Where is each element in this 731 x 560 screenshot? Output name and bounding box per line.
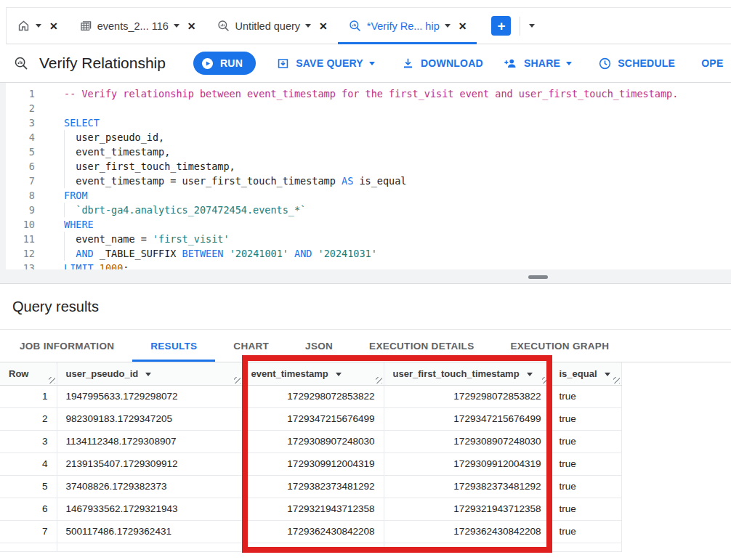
line-number: 8 — [6, 188, 35, 203]
column-resize-handle[interactable] — [613, 377, 620, 384]
code-content: user_pseudo_id, — [64, 130, 164, 145]
home-icon — [17, 19, 31, 33]
cell-user_first_touch_timestamp: 1729308907248030 — [384, 430, 550, 453]
save-query-button[interactable]: SAVE QUERY — [276, 57, 375, 70]
share-button[interactable]: SHARE — [504, 56, 572, 70]
chevron-down-icon[interactable] — [174, 24, 179, 28]
results-tab-results[interactable]: RESULTS — [132, 330, 215, 362]
query-results-header: Query results — [0, 284, 731, 330]
cell-is_equal: true — [550, 430, 621, 453]
column-resize-handle[interactable] — [376, 377, 382, 384]
code-line: 12 AND _TABLE_SUFFIX BETWEEN '20241001' … — [6, 246, 731, 261]
cell-user_pseudo_id: 1947995633.1729298072 — [57, 385, 242, 407]
cell-is_equal: true — [550, 475, 621, 498]
empty-cell — [242, 543, 384, 551]
column-header-row: Row — [0, 362, 57, 385]
results-tab-chart[interactable]: CHART — [215, 330, 287, 362]
column-resize-handle[interactable] — [234, 377, 241, 384]
code-line: 4 user_pseudo_id, — [6, 130, 731, 145]
code-content: FROM — [64, 188, 88, 203]
sort-dropdown-icon[interactable] — [605, 373, 610, 376]
code-content: event_name = 'first_visit' — [64, 232, 230, 246]
table-row: 31134112348.1729308907172930890724803017… — [0, 430, 621, 453]
download-button[interactable]: DOWNLOAD — [401, 57, 483, 70]
drag-handle[interactable] — [528, 275, 548, 279]
results-tab-execution-graph[interactable]: EXECUTION GRAPH — [492, 330, 627, 362]
code-content: event_timestamp, — [64, 145, 170, 159]
cell-user_first_touch_timestamp: 1729382373481292 — [384, 475, 550, 498]
cell-is_equal: true — [550, 498, 621, 520]
table-row: 7500117486.17293624311729362430842208172… — [0, 520, 621, 543]
column-header-user_first_touch_timestamp[interactable]: user_first_touch_timestamp — [384, 362, 550, 385]
chevron-down-icon — [566, 62, 572, 65]
column-header-label: user_first_touch_timestamp — [393, 368, 520, 379]
cell-event_timestamp: 1729309912004319 — [242, 453, 384, 475]
column-header-event_timestamp[interactable]: event_timestamp — [242, 362, 384, 385]
chevron-down-icon[interactable] — [36, 24, 41, 28]
query-icon — [348, 19, 362, 33]
open-in-button[interactable]: OPE — [701, 57, 723, 69]
editor-tab-bar: ✕events_2... 116✕Untitled query✕*Verify … — [6, 7, 731, 44]
chevron-down-icon[interactable] — [445, 24, 451, 28]
cell-user_pseudo_id: 982309183.1729347205 — [57, 407, 242, 430]
cell-row: 2 — [0, 407, 57, 430]
cell-user_pseudo_id: 1467933562.1729321943 — [57, 498, 242, 520]
column-header-is_equal[interactable]: is_equal — [550, 362, 621, 385]
table-row: 2982309183.17293472051729347215676499172… — [0, 407, 621, 430]
code-line: 11 event_name = 'first_visit' — [6, 232, 731, 246]
line-number: 11 — [6, 232, 35, 246]
cell-event_timestamp: 1729298072853822 — [242, 385, 384, 407]
sort-dropdown-icon[interactable] — [145, 373, 151, 376]
results-table: Rowuser_pseudo_idevent_timestampuser_fir… — [0, 362, 622, 552]
sort-dropdown-icon[interactable] — [336, 373, 342, 376]
empty-cell — [384, 543, 550, 551]
chevron-down-icon[interactable] — [529, 24, 535, 28]
run-button[interactable]: RUN — [193, 52, 256, 75]
cell-is_equal: true — [550, 520, 621, 543]
results-tab-json[interactable]: JSON — [287, 330, 351, 362]
column-resize-handle[interactable] — [49, 377, 55, 384]
tab-label: Untitled query — [235, 20, 300, 32]
tab-home[interactable]: ✕ — [7, 8, 68, 44]
close-icon[interactable]: ✕ — [187, 20, 196, 32]
table-row: 42139135407.1729309912172930991200431917… — [0, 453, 621, 475]
line-number: 1 — [6, 86, 35, 101]
table-row: 537408826.172938237317293823734812921729… — [0, 475, 621, 498]
cell-user_first_touch_timestamp: 1729347215676499 — [384, 407, 550, 430]
empty-cell — [0, 543, 57, 551]
code-content: SELECT — [64, 115, 100, 130]
panel-splitter — [0, 269, 731, 284]
sort-dropdown-icon[interactable] — [527, 373, 533, 376]
cell-event_timestamp: 1729308907248030 — [242, 430, 384, 453]
download-icon — [401, 57, 415, 70]
chevron-down-icon[interactable] — [305, 24, 311, 28]
close-icon[interactable]: ✕ — [459, 20, 467, 32]
column-header-user_pseudo_id[interactable]: user_pseudo_id — [57, 362, 242, 385]
results-tab-job-information[interactable]: JOB INFORMATION — [1, 330, 132, 362]
tab-label: events_2... 116 — [97, 20, 169, 32]
add-tab-button[interactable]: + — [491, 16, 511, 36]
tab-events-2-116[interactable]: events_2... 116✕ — [68, 8, 206, 44]
line-number: 7 — [6, 174, 35, 188]
share-person-icon — [504, 56, 518, 70]
column-resize-handle[interactable] — [542, 377, 549, 384]
line-number: 4 — [6, 130, 35, 145]
cell-is_equal: true — [550, 407, 621, 430]
schedule-button[interactable]: SCHEDULE — [598, 57, 675, 70]
column-header-label: Row — [9, 368, 28, 379]
results-tab-execution-details[interactable]: EXECUTION DETAILS — [351, 330, 492, 362]
close-icon[interactable]: ✕ — [319, 20, 328, 32]
empty-cell — [57, 543, 242, 551]
clock-icon — [598, 57, 612, 70]
code-line: 1-- Verify relationship between event_ti… — [6, 86, 731, 101]
code-line: 2 — [6, 101, 731, 115]
tab-untitled-query[interactable]: Untitled query✕ — [206, 8, 338, 44]
table-row: 61467933562.1729321943172932194371235817… — [0, 498, 621, 520]
line-number: 3 — [6, 115, 35, 130]
cell-is_equal: true — [550, 453, 621, 475]
cell-event_timestamp: 1729321943712358 — [242, 498, 384, 520]
tab-verify-re-hip[interactable]: *Verify Re... hip✕ — [338, 8, 477, 44]
sql-editor[interactable]: 1-- Verify relationship between event_ti… — [0, 83, 731, 269]
line-number: 6 — [6, 159, 35, 174]
close-icon[interactable]: ✕ — [49, 20, 58, 32]
